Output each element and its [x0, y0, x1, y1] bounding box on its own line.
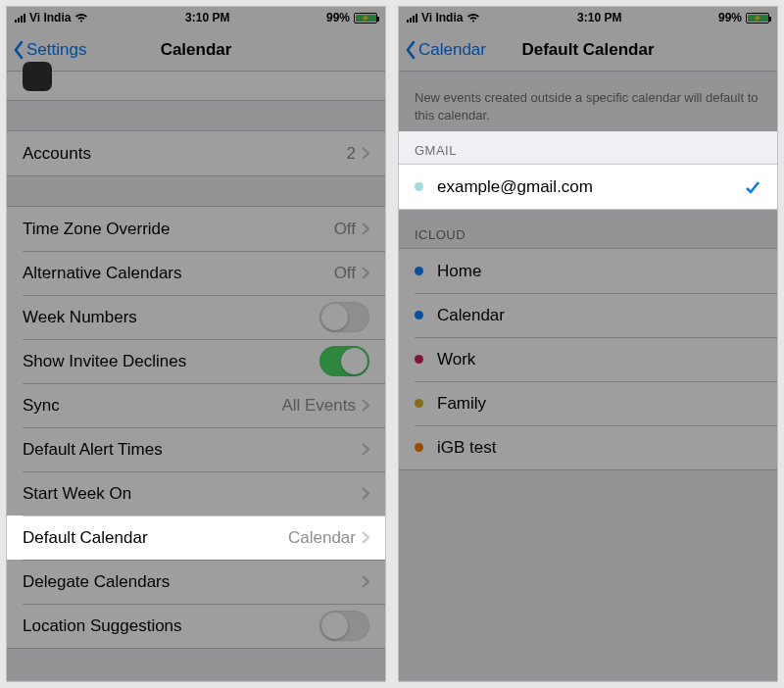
- back-button[interactable]: Calendar: [399, 40, 486, 60]
- battery-pct: 99%: [718, 11, 742, 25]
- row-label: Alternative Calendars: [23, 264, 334, 283]
- calendar-color-dot: [415, 182, 423, 191]
- row-label: Week Numbers: [23, 308, 319, 327]
- row-delegate-calendars[interactable]: Delegate Calendars: [7, 560, 385, 604]
- partial-app-row: [7, 72, 385, 101]
- carrier-label: Vi India: [421, 11, 463, 25]
- row-value: Off: [334, 220, 356, 239]
- row-label: Delegate Calendars: [23, 572, 362, 592]
- calendar-color-dot: [415, 311, 423, 319]
- row-label: Accounts: [23, 144, 347, 164]
- row-label: Default Calendar: [23, 528, 288, 548]
- clock: 3:10 PM: [577, 11, 621, 25]
- chevron-right-icon: [362, 267, 369, 279]
- row-location-suggestions[interactable]: Location Suggestions: [7, 604, 385, 648]
- battery-icon: ⚡: [746, 13, 769, 24]
- screenshot-default-calendar: Vi India 3:10 PM 99% ⚡ Calendar Default …: [398, 6, 778, 682]
- nav-bar: Calendar Default Calendar: [399, 28, 777, 72]
- signal-icon: [15, 13, 25, 23]
- nav-bar: Settings Calendar: [7, 28, 385, 72]
- calendar-option-icloud[interactable]: Family: [399, 381, 777, 425]
- status-bar: Vi India 3:10 PM 99% ⚡: [399, 7, 777, 28]
- section-header-icloud: ICLOUD: [399, 210, 777, 248]
- chevron-right-icon: [362, 443, 369, 456]
- chevron-left-icon: [13, 40, 24, 60]
- calendar-option-gmail[interactable]: example@gmail.com: [399, 165, 777, 209]
- row-label: Start Week On: [23, 484, 362, 504]
- row-accounts[interactable]: Accounts 2: [7, 131, 385, 175]
- wifi-icon: [74, 13, 88, 23]
- row-default-alert-times[interactable]: Default Alert Times: [7, 427, 385, 471]
- calendar-option-icloud[interactable]: Home: [399, 249, 777, 293]
- row-label: Sync: [23, 396, 281, 416]
- screenshot-calendar-settings: Vi India 3:10 PM 99% ⚡ Settings Calendar…: [6, 6, 386, 682]
- section-header-gmail: GMAIL: [399, 131, 777, 164]
- calendar-label: example@gmail.com: [437, 177, 744, 197]
- calendar-option-icloud[interactable]: Work: [399, 337, 777, 381]
- calendar-color-dot: [415, 355, 423, 364]
- calendar-option-icloud[interactable]: iGB test: [399, 425, 777, 469]
- back-button[interactable]: Settings: [7, 40, 86, 60]
- calendar-label: Home: [437, 262, 761, 281]
- wifi-icon: [466, 13, 480, 23]
- row-start-week-on[interactable]: Start Week On: [7, 471, 385, 516]
- row-label: Show Invitee Declines: [23, 352, 319, 371]
- row-alternative-calendars[interactable]: Alternative Calendars Off: [7, 251, 385, 295]
- calendar-color-dot: [415, 267, 423, 275]
- chevron-right-icon: [362, 222, 369, 235]
- calendar-label: Work: [437, 350, 761, 369]
- row-value: Calendar: [288, 528, 356, 548]
- chevron-right-icon: [362, 575, 369, 588]
- status-bar: Vi India 3:10 PM 99% ⚡: [7, 7, 385, 28]
- toggle-location-suggestions[interactable]: [319, 611, 369, 641]
- back-label: Calendar: [418, 40, 486, 60]
- calendar-label: Family: [437, 394, 761, 414]
- chevron-left-icon: [405, 40, 416, 60]
- calendar-label: Calendar: [437, 306, 761, 325]
- row-week-numbers[interactable]: Week Numbers: [7, 295, 385, 339]
- row-default-calendar[interactable]: Default Calendar Calendar: [7, 516, 385, 560]
- section-description: New events created outside a specific ca…: [399, 72, 777, 131]
- calendar-option-icloud[interactable]: Calendar: [399, 293, 777, 337]
- row-label: Default Alert Times: [23, 440, 362, 460]
- clock: 3:10 PM: [185, 11, 229, 25]
- calendar-color-dot: [415, 443, 423, 452]
- carrier-label: Vi India: [29, 11, 71, 25]
- chevron-right-icon: [362, 399, 369, 412]
- row-show-invitee-declines[interactable]: Show Invitee Declines: [7, 339, 385, 383]
- chevron-right-icon: [362, 531, 369, 544]
- row-sync[interactable]: Sync All Events: [7, 383, 385, 427]
- row-label: Location Suggestions: [23, 616, 319, 636]
- row-value: All Events: [281, 396, 356, 416]
- row-label: Time Zone Override: [23, 220, 334, 239]
- row-value: Off: [334, 264, 356, 283]
- calendar-label: iGB test: [437, 438, 761, 458]
- signal-icon: [407, 13, 417, 23]
- battery-icon: ⚡: [354, 13, 377, 24]
- chevron-right-icon: [362, 487, 369, 500]
- toggle-invitee-declines[interactable]: [319, 346, 369, 376]
- checkmark-icon: [744, 178, 761, 196]
- chevron-right-icon: [362, 147, 369, 160]
- toggle-week-numbers[interactable]: [319, 302, 369, 332]
- back-label: Settings: [26, 40, 86, 60]
- calendar-color-dot: [415, 399, 423, 408]
- row-value: 2: [347, 144, 356, 164]
- battery-pct: 99%: [326, 11, 350, 25]
- row-time-zone-override[interactable]: Time Zone Override Off: [7, 207, 385, 251]
